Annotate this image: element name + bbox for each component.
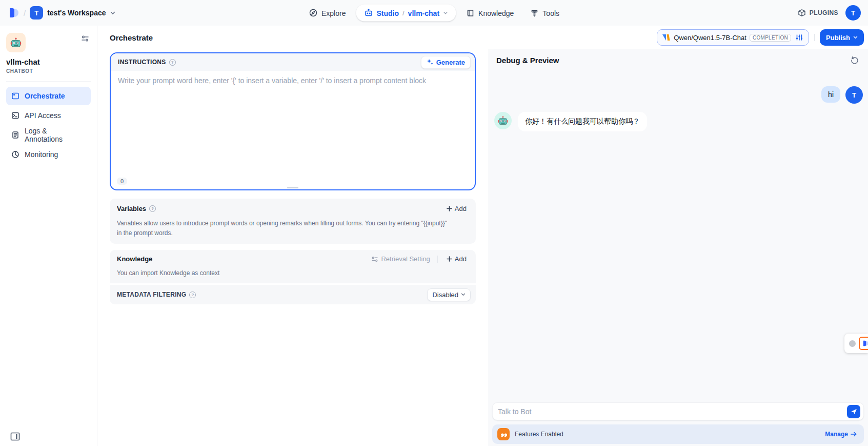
manage-arrow-icon [851, 432, 857, 437]
sidebar-item-logs-annotations[interactable]: Logs & Annotations [6, 126, 91, 144]
manage-features-button[interactable]: Manage [825, 431, 857, 438]
variables-section: Variables ? Add Variables allow users to… [110, 199, 476, 244]
user-avatar[interactable]: T [845, 5, 861, 21]
refresh-icon[interactable] [850, 55, 860, 65]
knowledge-section: Knowledge Retrieval Setting Add You can … [110, 250, 476, 304]
app-name: vllm-chat [6, 57, 91, 66]
send-button[interactable] [847, 405, 860, 418]
sidebar-item-label: Logs & Annotations [25, 127, 86, 143]
add-label: Add [455, 255, 467, 263]
user-chat-avatar: T [845, 86, 863, 104]
nav-explore[interactable]: Explore [302, 6, 352, 21]
chat-input-container [492, 402, 864, 420]
vllm-logo-icon [662, 34, 671, 41]
sidebar-item-monitoring[interactable]: Monitoring [6, 145, 91, 164]
top-right-controls: PLUGINS T [798, 5, 861, 21]
help-icon[interactable]: ? [149, 205, 156, 212]
sidebar-item-api-access[interactable]: API Access [6, 106, 91, 125]
orchestrate-icon [11, 92, 19, 100]
knowledge-title: Knowledge [117, 255, 152, 263]
chat-input-area: Features Enabled Manage [492, 402, 864, 444]
metadata-filtering-select[interactable]: Disabled [427, 288, 471, 301]
chat-input[interactable] [498, 408, 842, 416]
header-divider [814, 34, 815, 41]
plugins-icon [798, 9, 806, 17]
instructions-body [111, 71, 475, 189]
retrieval-setting-label: Retrieval Setting [381, 255, 430, 263]
nav-studio-label: Studio [376, 9, 399, 17]
generate-icon [427, 59, 434, 66]
metadata-filtering-row: METADATA FILTERING ? Disabled [110, 285, 476, 304]
knowledge-description: You can import Knowledge as context [110, 265, 476, 283]
sidebar-item-label: Orchestrate [25, 92, 65, 100]
publish-button[interactable]: Publish [820, 29, 864, 46]
instructions-input[interactable] [118, 76, 468, 184]
features-enabled-label: Features Enabled [515, 431, 563, 438]
generate-button[interactable]: Generate [421, 56, 471, 69]
chevron-down-icon [853, 36, 858, 39]
chevron-down-icon [461, 293, 466, 296]
extension-app-icon [859, 337, 868, 350]
nav-knowledge[interactable]: Knowledge [460, 6, 520, 20]
publish-label: Publish [826, 34, 850, 42]
metadata-filtering-value: Disabled [432, 291, 458, 299]
model-name: Qwen/Qwen1.5-7B-Chat [674, 34, 746, 42]
instructions-title: INSTRUCTIONS [118, 59, 166, 66]
top-navigation-bar: / T test's Workspace Explore Studio / vl… [0, 0, 868, 26]
knowledge-icon [466, 9, 474, 17]
knowledge-header-divider [437, 256, 438, 263]
debug-preview-title: Debug & Preview [496, 56, 559, 65]
orchestrate-config-column: INSTRUCTIONS ? Generate 0 Variables ? [97, 49, 488, 446]
api-access-icon [11, 111, 19, 120]
chevron-down-icon[interactable] [443, 11, 448, 14]
add-variable-button[interactable]: Add [442, 203, 471, 215]
add-knowledge-button[interactable]: Add [442, 253, 471, 265]
nav-studio-app-name: vllm-chat [408, 9, 439, 17]
sidebar-item-orchestrate[interactable]: Orchestrate [6, 87, 91, 105]
sidebar-divider [6, 81, 91, 82]
monitoring-icon [11, 150, 19, 159]
workspace-switcher[interactable]: / T test's Workspace [7, 6, 115, 20]
app-icon[interactable] [6, 33, 26, 52]
instructions-panel: INSTRUCTIONS ? Generate 0 [110, 52, 476, 190]
add-icon [446, 256, 453, 262]
add-icon [446, 205, 453, 212]
sidebar-item-label: API Access [25, 111, 61, 120]
tools-icon [530, 9, 538, 17]
manage-label: Manage [825, 431, 848, 438]
features-bar: Features Enabled Manage [492, 424, 864, 444]
generate-label: Generate [436, 59, 465, 66]
breadcrumb-separator: / [24, 9, 26, 17]
browser-extension-widget[interactable] [844, 334, 868, 353]
nav-explore-label: Explore [321, 9, 346, 17]
instructions-header: INSTRUCTIONS ? Generate [111, 53, 475, 71]
retrieval-setting-button[interactable]: Retrieval Setting [368, 253, 433, 265]
help-icon[interactable]: ? [189, 292, 196, 298]
features-icon [497, 428, 510, 440]
user-message-row: hi T [494, 86, 863, 104]
operations-icon[interactable] [79, 33, 91, 44]
user-message-bubble: hi [821, 86, 840, 103]
nav-tools[interactable]: Tools [524, 6, 566, 20]
add-label: Add [455, 205, 467, 212]
nav-knowledge-label: Knowledge [478, 9, 514, 17]
collapse-sidebar-icon[interactable] [10, 432, 20, 441]
robot-icon [364, 9, 373, 17]
sidebar-item-label: Monitoring [25, 150, 58, 159]
nav-studio[interactable]: Studio / vllm-chat [356, 5, 456, 22]
chat-thread: hi T 你好！有什么问题我可以帮助你吗？ [488, 71, 868, 131]
plugins-button[interactable]: PLUGINS [798, 9, 838, 17]
help-icon[interactable]: ? [169, 59, 176, 66]
model-config-icon[interactable] [795, 33, 803, 42]
plugins-label: PLUGINS [810, 9, 838, 16]
bot-chat-avatar [494, 112, 512, 129]
chevron-down-icon [110, 11, 115, 15]
model-selector[interactable]: Qwen/Qwen1.5-7B-Chat COMPLETION [657, 29, 809, 46]
app-sidebar: vllm-chat CHATBOT Orchestrate API Access… [0, 26, 97, 446]
main-nav: Explore Studio / vllm-chat Knowledge Too… [302, 5, 566, 22]
debug-preview-panel: Debug & Preview hi T 你好！有什么问题我可以帮助你吗？ [488, 49, 868, 446]
studio-breadcrumb-separator: / [402, 9, 405, 17]
resize-handle[interactable] [287, 187, 298, 188]
explore-icon [309, 9, 317, 17]
variables-description: Variables allow users to introduce promp… [110, 216, 476, 244]
